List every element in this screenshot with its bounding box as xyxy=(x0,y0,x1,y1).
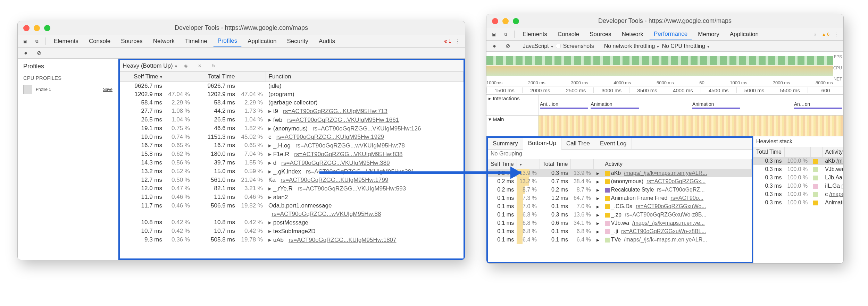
source-link[interactable]: rs=... xyxy=(841,183,843,189)
table-row[interactable]: 12.0 ms0.47 %82.1 ms3.21 %_.rYe.R rs=ACT… xyxy=(120,184,464,193)
source-link[interactable]: /maps/_/js/k=maps.m.en.ye... xyxy=(632,220,705,226)
source-link[interactable]: rs=ACT90oGqRZGG...VKUIgM95Hw:126 xyxy=(312,125,421,132)
table-row[interactable]: 11.9 ms0.46 %11.9 ms0.46 %atan2 xyxy=(120,193,464,202)
eye-icon[interactable]: ◉ xyxy=(181,61,191,71)
col-total-time[interactable]: Total Time xyxy=(753,147,784,157)
minimize-icon[interactable] xyxy=(502,18,509,24)
kebab-icon[interactable]: ⋮ xyxy=(452,36,463,46)
source-link[interactable]: rs=ACT90oGqRZGGxuWo... xyxy=(636,203,706,209)
col-activity[interactable]: Activity xyxy=(822,147,843,157)
inspect-icon[interactable]: ▣ xyxy=(489,29,499,40)
tab-network[interactable]: Network xyxy=(617,28,648,40)
col-function[interactable]: Function xyxy=(266,72,464,82)
close-icon[interactable] xyxy=(492,18,498,24)
close-icon[interactable]: ✕ xyxy=(194,61,205,71)
table-row[interactable]: 19.1 ms0.75 %46.6 ms1.82 %(anonymous) rs… xyxy=(120,124,464,133)
table-row[interactable]: 15.8 ms0.62 %180.0 ms7.04 %F1e.R rs=ACT9… xyxy=(120,150,464,159)
record-icon[interactable]: ● xyxy=(20,48,31,58)
table-row[interactable]: 0.3 ms100.0 %VJb.wa /... xyxy=(753,165,843,173)
tab-sources[interactable]: Sources xyxy=(116,35,147,47)
col-total-time[interactable]: Total Time xyxy=(540,159,571,169)
table-row[interactable]: 0.1 ms6.8 %0.6 ms34.1 %▸VJb.wa /maps/_/j… xyxy=(488,219,752,227)
save-link[interactable]: Save xyxy=(103,87,112,92)
table-row[interactable]: 19.0 ms0.74 %1151.3 ms45.02 %c rs=ACT90o… xyxy=(120,133,464,141)
table-row[interactable]: 9626.7 ms9626.7 ms(idle) xyxy=(120,82,464,90)
tab-console[interactable]: Console xyxy=(84,35,115,47)
table-row[interactable]: 12.7 ms0.50 %561.0 ms21.94 %Ka rs=ACT90o… xyxy=(120,176,464,184)
source-link[interactable]: rs=ACT90oGqRZGG...VKUIgM95Hw:838 xyxy=(294,151,402,158)
zoom-icon[interactable] xyxy=(513,18,519,24)
tab-console[interactable]: Console xyxy=(553,28,584,40)
source-link[interactable]: rs=ACT90oGqRZGG...VKUIgM95Hw:389 xyxy=(281,160,390,166)
grouping-select[interactable]: No Grouping xyxy=(488,150,752,159)
profile-item[interactable]: Profile 1 Save xyxy=(23,83,112,96)
table-row[interactable]: 1202.9 ms47.04 %1202.9 ms47.04 %(program… xyxy=(120,90,464,99)
table-row[interactable]: 0.2 ms13.2 %0.7 ms38.4 %▸(anonymous) rs=… xyxy=(488,177,752,186)
table-row[interactable]: 0.3 ms100.0 %LJb.Aa /... xyxy=(753,173,843,182)
col-total-pct[interactable] xyxy=(238,72,266,82)
source-link[interactable]: rs=ACT90oGqRZGG...VKUIgM95Hw:1661 xyxy=(287,117,399,123)
close-icon[interactable] xyxy=(23,25,30,31)
tab-profiles[interactable]: Profiles xyxy=(213,35,242,47)
tab-elements[interactable]: Elements xyxy=(49,35,83,47)
clear-icon[interactable]: ⊘ xyxy=(502,41,513,51)
source-link[interactable]: rs=ACT90oGqRZGG...wVKUIgM95Hw:88 xyxy=(272,211,381,217)
tab-audits[interactable]: Audits xyxy=(314,35,340,47)
source-link[interactable]: /maps... xyxy=(829,191,843,197)
table-row[interactable]: 0.3 ms100.0 %aKb /ma... xyxy=(753,157,843,165)
zoom-icon[interactable] xyxy=(44,25,50,31)
cpu-throttle-select[interactable]: No CPU throttling xyxy=(662,43,709,49)
track-label[interactable]: ▾ Main xyxy=(486,116,539,136)
table-row[interactable]: 0.1 ms6.8 %0.3 ms13.6 %▸_.zp rs=ACT90oGq… xyxy=(488,211,752,219)
table-row[interactable]: 16.7 ms0.65 %16.7 ms0.65 %_.H.og rs=ACT9… xyxy=(120,141,464,150)
table-row[interactable]: 11.7 ms0.46 %506.9 ms19.82 %Oda.b.port1.… xyxy=(120,202,464,210)
table-row[interactable]: 0.3 ms13.9 %0.3 ms13.9 %▸aKb /maps/_/js/… xyxy=(488,169,752,177)
refresh-icon[interactable]: ↻ xyxy=(208,61,219,71)
device-icon[interactable]: ⧉ xyxy=(500,29,511,40)
source-link[interactable]: rs=ACT90oGqRZGGx... xyxy=(646,178,706,184)
table-row[interactable]: 0.3 ms100.0 %c /maps... xyxy=(753,190,843,198)
tab-call-tree[interactable]: Call Tree xyxy=(561,138,595,149)
network-throttle-select[interactable]: No network throttling xyxy=(604,43,659,49)
tab-application[interactable]: Application xyxy=(725,28,763,40)
table-row[interactable]: 0.1 ms6.4 %0.1 ms6.4 %▸TVe /maps/_/js/k=… xyxy=(488,236,752,244)
clear-icon[interactable]: ⊘ xyxy=(34,48,44,58)
time-ruler[interactable]: 1500 ms2000 ms2500 ms3000 ms3500 ms4000 … xyxy=(486,86,843,95)
source-link[interactable]: rs=ACT90oGqRZ... xyxy=(657,187,704,193)
tab-bottom-up[interactable]: Bottom-Up xyxy=(523,138,561,150)
table-row[interactable]: 58.4 ms2.29 %58.4 ms2.29 %(garbage colle… xyxy=(120,99,464,107)
inspect-icon[interactable]: ▣ xyxy=(20,36,30,46)
source-link[interactable]: rs=ACT90oGqRZGG...KUIgM95Hw:1929 xyxy=(276,134,384,140)
table-row[interactable]: 0.2 ms8.7 %0.2 ms8.7 %▸Recalculate Style… xyxy=(488,186,752,194)
col-pct[interactable] xyxy=(784,147,810,157)
col-self-pct[interactable] xyxy=(165,72,193,82)
source-link[interactable]: rs=ACT90oGqRZGGxuWo-z8BL... xyxy=(621,228,706,234)
tab-elements[interactable]: Elements xyxy=(518,28,552,40)
tab-security[interactable]: Security xyxy=(282,35,312,47)
table-row[interactable]: 10.8 ms0.42 %10.8 ms0.42 %postMessage xyxy=(120,218,464,227)
table-row[interactable]: rs=ACT90oGqRZGG...wVKUIgM95Hw:88 xyxy=(120,210,464,218)
table-row[interactable]: 0.1 ms7.0 %0.1 ms7.0 %▸_.CG.Da rs=ACT90o… xyxy=(488,202,752,211)
capture-select[interactable]: JavaScript xyxy=(523,43,553,49)
tab-summary[interactable]: Summary xyxy=(488,138,523,149)
source-link[interactable]: rs=ACT90oGqRZGG...KUIgM95Hw:713 xyxy=(283,108,387,114)
error-badge[interactable]: ⊗ 1 xyxy=(444,39,451,44)
table-row[interactable]: 27.7 ms1.08 %44.2 ms1.73 %t9 rs=ACT90oGq… xyxy=(120,107,464,116)
col-self-time[interactable]: Self Time xyxy=(120,72,165,82)
table-row[interactable]: 9.3 ms0.36 %505.8 ms19.78 %uAb rs=ACT90o… xyxy=(120,236,464,244)
minimize-icon[interactable] xyxy=(34,25,40,31)
col-activity[interactable]: Activity xyxy=(602,159,752,169)
source-link[interactable]: rs=ACT90oGqRZGG...wVKUIgM95Hw:78 xyxy=(295,142,405,149)
tab-memory[interactable]: Memory xyxy=(693,28,724,40)
source-link[interactable]: rs=ACT90oGqRZGGxuWo-z8B... xyxy=(625,212,707,218)
tab-event-log[interactable]: Event Log xyxy=(595,138,632,149)
record-icon[interactable]: ● xyxy=(489,41,500,51)
table-row[interactable]: 0.1 ms6.8 %0.1 ms6.8 %▸_.ji rs=ACT90oGqR… xyxy=(488,227,752,236)
table-row[interactable]: 0.3 ms100.0 %iIL.Ga rs=... xyxy=(753,182,843,190)
tab-timeline[interactable]: Timeline xyxy=(181,35,212,47)
warning-badge[interactable]: ▲ 6 xyxy=(822,32,829,37)
table-row[interactable]: 14.3 ms0.56 %39.7 ms1.55 %d rs=ACT90oGqR… xyxy=(120,159,464,167)
screenshots-checkbox[interactable] xyxy=(556,44,560,48)
device-icon[interactable]: ⧉ xyxy=(32,36,42,46)
col-total-pct[interactable] xyxy=(571,159,594,169)
